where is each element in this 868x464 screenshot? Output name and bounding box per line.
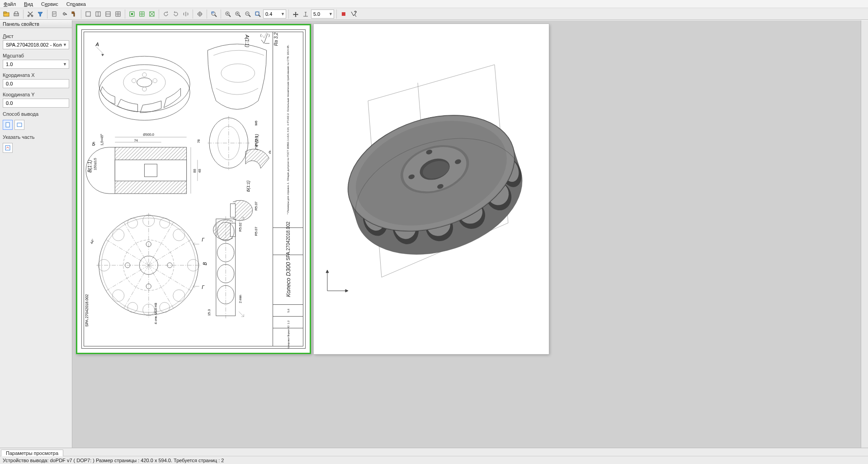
context-help-button[interactable]: ? [349, 9, 358, 19]
svg-rect-41 [17, 123, 22, 127]
pick-part-label: Указать часть [3, 134, 69, 140]
move-arrows-button[interactable] [291, 9, 300, 19]
fit-sel-green-button[interactable] [127, 9, 137, 19]
svg-point-103 [127, 218, 137, 228]
svg-text:76: 76 [197, 139, 201, 143]
output-mode-label: Способ вывода [3, 111, 69, 117]
coord-x-input[interactable] [5, 80, 67, 87]
svg-line-114 [107, 265, 149, 290]
step-combo[interactable]: ▼ [311, 9, 334, 19]
svg-text:М6: М6 [254, 121, 258, 125]
filter-button[interactable] [36, 9, 45, 19]
sheet-combo[interactable]: ▼ [3, 40, 69, 49]
coord-x-field[interactable] [3, 79, 69, 88]
cut-button[interactable] [26, 9, 35, 19]
svg-rect-42 [5, 146, 10, 150]
menu-service-text: рвис [47, 1, 58, 7]
print-button[interactable] [12, 9, 21, 19]
zoom-in-button[interactable] [233, 9, 242, 19]
layout-2h-button[interactable] [104, 9, 113, 19]
print-page-1[interactable]: Ra 3,2 () [76, 24, 311, 354]
zoom-combo[interactable]: ▼ [263, 9, 286, 19]
svg-rect-1 [4, 12, 6, 13]
svg-point-49 [137, 78, 152, 87]
coord-y-field[interactable] [3, 99, 69, 108]
vertical-scrollbar[interactable] [861, 20, 868, 448]
coord-y-input[interactable] [5, 100, 67, 106]
zoom-value-input[interactable] [264, 11, 279, 17]
zoom-out-button[interactable] [243, 9, 252, 19]
menu-view[interactable]: Вид [23, 1, 34, 7]
step-value-input[interactable] [312, 11, 327, 17]
svg-rect-38 [342, 12, 345, 16]
snap-button[interactable] [301, 9, 310, 19]
scale-label: Масштаб [3, 53, 69, 58]
zoom-fit-button[interactable] [253, 9, 262, 19]
svg-rect-86 [231, 223, 236, 237]
properties-panel-title: Панель свойств [0, 20, 72, 28]
scale-combo[interactable]: ▼ [3, 60, 69, 69]
rotate-ccw-button[interactable] [161, 9, 170, 19]
layout-4-button[interactable] [113, 9, 123, 19]
layout-2v-button[interactable] [94, 9, 103, 19]
svg-text:В(1:1): В(1:1) [87, 160, 92, 173]
tb-mass: 5,6 [273, 305, 303, 317]
pan-button[interactable] [195, 9, 204, 19]
svg-text:Б: Б [92, 142, 95, 147]
svg-rect-3 [15, 12, 18, 14]
svg-rect-18 [131, 13, 133, 15]
chevron-down-icon: ▼ [281, 12, 285, 16]
svg-text:А(1:1): А(1:1) [245, 34, 250, 47]
scale-input[interactable] [5, 61, 63, 67]
menu-help[interactable]: Справка [66, 1, 87, 7]
fit-grid-button[interactable] [137, 9, 146, 19]
svg-line-113 [107, 240, 149, 265]
zoom-dynamic-button[interactable] [223, 9, 232, 19]
tool-hammer-button[interactable] [70, 9, 79, 19]
coord-y-label: Координата Y [3, 92, 69, 97]
menu-service[interactable]: Сервис [40, 1, 59, 7]
flip-h-button[interactable] [181, 9, 190, 19]
pick-part-button[interactable] [3, 143, 13, 153]
menu-file[interactable]: Файл [3, 1, 17, 7]
workspace[interactable]: Ra 3,2 () [72, 20, 868, 448]
toolbar: ▼ ▼ ? [0, 8, 868, 20]
svg-text:Ø65: Ø65 [268, 147, 271, 155]
svg-line-33 [249, 15, 250, 17]
svg-text:R5.02: R5.02 [238, 223, 242, 232]
menu-view-text: ид [27, 1, 33, 7]
svg-point-104 [160, 218, 170, 228]
svg-line-116 [149, 222, 174, 265]
svg-point-100 [173, 229, 185, 241]
status-text: Устройство вывода: doPDF v7 ( DOP7: ) Ра… [3, 458, 224, 463]
page-setup-button[interactable] [50, 9, 59, 19]
rotate-cw-button[interactable] [171, 9, 180, 19]
open-file-button[interactable] [2, 9, 11, 19]
svg-point-51 [153, 79, 157, 83]
page-container[interactable]: Ra 3,2 () [72, 20, 861, 448]
tb-notes: * Размеры для справок. 1. Общие допуски … [273, 32, 303, 228]
svg-text:4 отв. Ø16 H8: 4 отв. Ø16 H8 [154, 303, 158, 324]
fit-all-button[interactable] [147, 9, 156, 19]
svg-point-35 [255, 12, 259, 15]
layout-1x1-button[interactable] [84, 9, 93, 19]
svg-line-24 [215, 15, 217, 17]
title-block: * Размеры для справок. 1. Общие допуски … [273, 32, 303, 346]
svg-text:2 min: 2 min [238, 295, 242, 303]
svg-text:Б(1:1): Б(1:1) [246, 180, 250, 192]
svg-text:48: 48 [198, 169, 202, 173]
output-mode-page-button[interactable] [3, 120, 13, 130]
stop-button[interactable] [339, 9, 348, 19]
svg-point-50 [132, 79, 136, 83]
zoom-window-button[interactable] [209, 9, 218, 19]
svg-text:SPA.27042018.002: SPA.27042018.002 [85, 294, 89, 327]
svg-text:150±0.5: 150±0.5 [93, 158, 97, 170]
render-svg [314, 24, 549, 354]
print-page-2[interactable] [314, 24, 549, 354]
svg-rect-85 [231, 204, 236, 217]
sheet-input[interactable] [5, 42, 63, 48]
tool-wrench-button[interactable] [60, 9, 69, 19]
svg-text:88: 88 [193, 169, 197, 173]
output-mode-sheet-button[interactable] [14, 120, 24, 130]
tab-view-params[interactable]: Параметры просмотра [1, 450, 63, 456]
